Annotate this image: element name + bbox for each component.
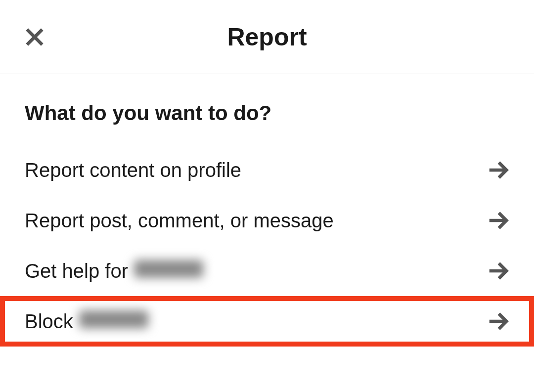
option-get-help[interactable]: Get help for	[0, 246, 534, 296]
redacted-name	[134, 260, 203, 278]
option-label: Get help for	[25, 260, 128, 282]
option-label-wrap: Block	[25, 310, 148, 333]
option-block[interactable]: Block	[0, 296, 534, 347]
close-icon	[23, 26, 46, 48]
option-report-post[interactable]: Report post, comment, or message	[0, 195, 534, 246]
option-label-wrap: Report content on profile	[25, 159, 241, 181]
page-title: Report	[0, 23, 534, 51]
arrow-right-icon	[487, 310, 509, 333]
option-report-content[interactable]: Report content on profile	[0, 145, 534, 195]
section-heading: What do you want to do?	[0, 101, 534, 125]
arrow-right-icon	[487, 260, 509, 282]
arrow-right-icon	[487, 159, 509, 181]
redacted-name	[79, 310, 148, 328]
header: Report	[0, 0, 534, 74]
option-label-wrap: Report post, comment, or message	[25, 210, 334, 232]
option-label: Block	[25, 310, 73, 333]
option-label: Report post, comment, or message	[25, 210, 334, 232]
content: What do you want to do? Report content o…	[0, 74, 534, 347]
option-label-wrap: Get help for	[25, 260, 203, 282]
option-label: Report content on profile	[25, 159, 241, 181]
arrow-right-icon	[487, 209, 509, 232]
close-button[interactable]	[20, 22, 49, 52]
